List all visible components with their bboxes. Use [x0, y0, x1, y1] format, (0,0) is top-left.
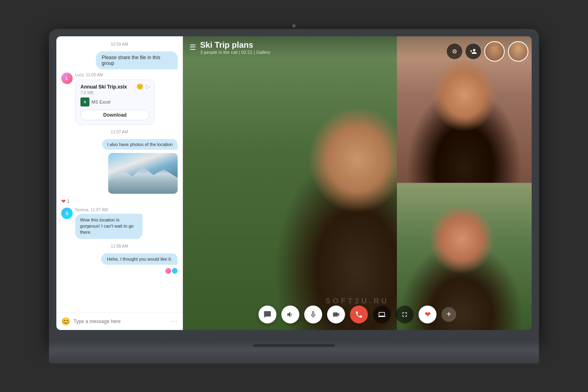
bottom-controls: ❤ + — [183, 306, 532, 323]
also-photos-bubble: I also have photos of the location — [102, 139, 178, 150]
receipt-dot-2 — [172, 268, 178, 274]
video-button[interactable] — [327, 306, 345, 323]
mountain-photo — [108, 153, 178, 194]
mic-button[interactable] — [304, 306, 322, 323]
call-subtitle: 3 people in the call | 02:21 | Gallery — [200, 50, 270, 55]
receipt-dot-1 — [165, 268, 171, 274]
side-videos — [397, 36, 532, 330]
file-type-label: MS Excel — [91, 100, 110, 104]
laptop-screen: 10:59 AM Please share the file in this g… — [56, 36, 532, 330]
serena-message-bubble: Wow this location is gorgeous! I can't w… — [75, 214, 143, 239]
chat-input-bar: 😊 ··· — [56, 312, 183, 330]
avatar-lucy: L — [61, 73, 73, 84]
hamburger-icon[interactable]: ☰ — [189, 43, 196, 52]
avatar-serena: S — [61, 208, 73, 219]
more-options-button[interactable]: ··· — [171, 318, 178, 325]
message-input[interactable] — [74, 319, 168, 324]
speaker-button[interactable] — [281, 306, 299, 323]
download-button[interactable]: Download — [80, 110, 149, 120]
thumbnail-person-2 — [508, 41, 528, 62]
timestamp-1107: 11:07 AM — [61, 130, 178, 134]
laptop-base — [49, 341, 539, 363]
call-info-text: 3 people in the call | 02:21 | Gallery — [200, 50, 270, 55]
emoji-icon[interactable]: 🙂 — [136, 83, 143, 90]
serena-row: S Serena, 11:07 AM Wow this location is … — [61, 208, 178, 239]
timestamp-1059: 10:59 AM — [61, 42, 178, 47]
heart-button[interactable]: ❤ — [419, 306, 437, 323]
plus-button[interactable]: + — [441, 307, 456, 322]
send-icon[interactable]: ▷ — [146, 83, 150, 90]
laptop-wrapper: 10:59 AM Please share the file in this g… — [49, 29, 539, 363]
read-receipts — [61, 268, 178, 274]
video-area: ☰ Ski Trip plans 3 people in the call | … — [183, 36, 532, 330]
emoji-picker-button[interactable]: 😊 — [61, 317, 70, 326]
file-type-row: X MS Excel — [80, 97, 149, 106]
end-call-button[interactable] — [350, 306, 368, 323]
expand-button[interactable] — [396, 306, 414, 323]
heart-reaction: ❤ — [61, 198, 66, 204]
reaction-count: 1 — [67, 199, 69, 204]
screen-share-button[interactable] — [373, 306, 391, 323]
mountain-photo-container — [108, 153, 178, 194]
share-request-bubble: Please share the file in this group — [96, 51, 178, 69]
thumbnail-person-1 — [484, 41, 505, 62]
excel-icon: X — [80, 97, 89, 106]
chat-button[interactable] — [258, 306, 276, 323]
chat-messages: 10:59 AM Please share the file in this g… — [56, 36, 183, 312]
camera-dot — [292, 24, 296, 27]
add-person-button[interactable] — [466, 44, 481, 59]
lucy-file-row: L Lucy, 11:00 AM 🙂 ▷ Annual Ski Trip.xsl… — [61, 73, 178, 125]
chat-panel: 10:59 AM Please share the file in this g… — [56, 36, 183, 330]
file-size: 7,6 MB — [80, 91, 149, 95]
timestamp-1108: 11:08 AM — [61, 244, 178, 248]
file-card: 🙂 ▷ Annual Ski Trip.xslx 7,6 MB X MS Exc… — [75, 80, 155, 125]
call-title: Ski Trip plans — [200, 40, 270, 50]
serena-sender-name: Serena, 11:07 AM — [75, 208, 143, 212]
lucy-sender-name: Lucy, 11:00 AM — [75, 73, 155, 77]
hehe-bubble: Hehe, I thought you would like it. — [101, 253, 178, 265]
top-controls: ⚙ — [447, 41, 528, 62]
reactions-row: ❤ 1 — [61, 198, 178, 204]
settings-button[interactable]: ⚙ — [447, 44, 462, 59]
laptop-body: 10:59 AM Please share the file in this g… — [49, 29, 539, 343]
